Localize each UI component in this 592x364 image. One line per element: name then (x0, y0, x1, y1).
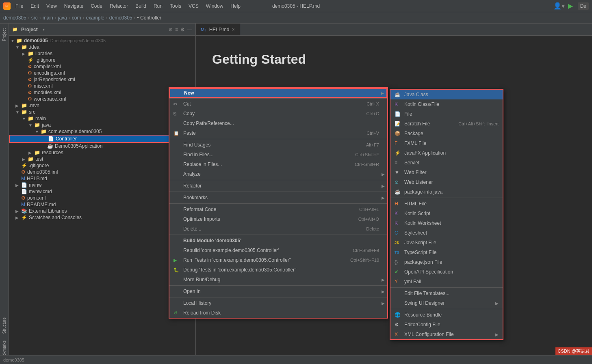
submenu-html[interactable]: H HTML File (390, 199, 503, 209)
tree-idea[interactable]: ▼ 📁 .idea (9, 44, 195, 50)
tree-misc-xml[interactable]: ▶ ⚙ misc.xml (9, 83, 195, 89)
user-icon[interactable]: 👤▾ (553, 2, 565, 10)
menu-vcs[interactable]: VCS (185, 2, 202, 10)
context-copy-path[interactable]: Copy Path/Reference... (169, 118, 387, 128)
collapse-icon[interactable]: ≡ (175, 27, 178, 32)
breadcrumb-main[interactable]: main (43, 15, 53, 21)
context-rebuild[interactable]: Rebuild 'com.example.demo0305.Controller… (169, 246, 387, 255)
tree-modules-xml[interactable]: ▶ ⚙ modules.xml (9, 89, 195, 96)
tree-gitignore-root[interactable]: ▶ ⚡ .gitignore (9, 162, 195, 169)
context-copy[interactable]: ⎘ Copy Ctrl+C (169, 109, 387, 118)
submenu-kotlin-worksheet[interactable]: K Kotlin Worksheet (390, 218, 503, 228)
tab-structure[interactable]: Structure (1, 314, 8, 337)
menu-view[interactable]: View (43, 2, 60, 10)
tree-jar-xml[interactable]: ▶ ⚙ jarRepositories.xml (9, 76, 195, 83)
tab-help-md[interactable]: M↓ HELP.md × (196, 24, 240, 35)
submenu-openapi[interactable]: ✔ OpenAPI Specification (390, 267, 503, 277)
tree-mvnw-cmd[interactable]: ▶ 📄 mvnw.cmd (9, 188, 195, 195)
tree-help-md[interactable]: ▶ M HELP.md (9, 175, 195, 182)
submenu-java-class[interactable]: ☕ Java Class (390, 90, 503, 99)
submenu-web-filter[interactable]: ▼ Web Filter (390, 168, 503, 177)
menu-file[interactable]: File (12, 2, 26, 10)
context-paste[interactable]: 📋 Paste Ctrl+V (169, 128, 387, 138)
context-reload[interactable]: ↺ Reload from Disk (169, 308, 387, 318)
close-panel-icon[interactable]: — (187, 27, 192, 32)
breadcrumb-src[interactable]: src (31, 15, 38, 21)
breadcrumb-root[interactable]: demo0305 (3, 15, 26, 21)
context-bookmarks[interactable]: Bookmarks ▶ (169, 193, 387, 202)
menu-window[interactable]: Window (203, 2, 227, 10)
submenu-package-info[interactable]: ☕ package-info.java (390, 187, 503, 197)
submenu-fxml[interactable]: F FXML File (390, 138, 503, 148)
tab-project[interactable]: Project (1, 25, 8, 44)
panel-dropdown[interactable]: ▾ (43, 27, 45, 32)
menu-run[interactable]: Run (150, 2, 166, 10)
submenu-xml-config[interactable]: X XML Configuration File ▶ (390, 330, 503, 339)
tree-workspace-xml[interactable]: ▶ ⚙ workspace.xml (9, 96, 195, 102)
menu-tools[interactable]: Tools (167, 2, 184, 10)
submenu-resource-bundle[interactable]: 🌐 Resource Bundle (390, 310, 503, 320)
submenu-edit-templates[interactable]: Edit File Templates... (390, 289, 503, 298)
submenu-javafx[interactable]: ⚡ JavaFX Application (390, 148, 503, 158)
submenu-kotlin-script[interactable]: K Kotlin Script (390, 209, 503, 218)
tree-test[interactable]: ▶ 📁 test (9, 156, 195, 162)
options-icon[interactable]: ⚙ (180, 27, 185, 32)
menu-edit[interactable]: Edit (27, 2, 42, 10)
context-optimize[interactable]: Optimize Imports Ctrl+Alt+O (169, 214, 387, 224)
tree-encodings-xml[interactable]: ▶ ⚙ encodings.xml (9, 70, 195, 76)
context-build-module[interactable]: Build Module 'demo0305' (169, 236, 387, 246)
context-refactor[interactable]: Refactor ▶ (169, 181, 387, 191)
tree-compiler-xml[interactable]: ▶ ⚙ compiler.xml (9, 63, 195, 70)
tree-iml[interactable]: ▶ ⚙ demo0305.iml (9, 169, 195, 175)
run-button[interactable]: ▶ (568, 2, 573, 10)
breadcrumb-example[interactable]: example (86, 15, 104, 21)
submenu-package-json[interactable]: {} package.json File (390, 257, 503, 267)
tab-close-icon[interactable]: × (232, 27, 234, 32)
tree-scratches[interactable]: ▶ ⚡ Scratches and Consoles (9, 214, 195, 221)
submenu-swing[interactable]: Swing UI Designer ▶ (390, 298, 503, 308)
tree-demo0305app[interactable]: ▶ ☕ Demo0305Application (9, 143, 195, 149)
tree-readme-md[interactable]: ▶ M README.md (9, 201, 195, 208)
breadcrumb-com[interactable]: com (72, 15, 81, 21)
submenu-file[interactable]: 📄 File (390, 109, 503, 119)
context-open-in[interactable]: Open In ▶ (169, 286, 387, 296)
context-menu-new[interactable]: New ▶ ☕ Java Class K Kotlin Class/File 📄… (169, 88, 387, 98)
context-debug-tests[interactable]: 🐛 Debug 'Tests in 'com.example.demo0305.… (169, 265, 387, 275)
menu-code[interactable]: Code (87, 2, 106, 10)
breadcrumb-java[interactable]: java (58, 15, 67, 21)
context-find-files[interactable]: Find in Files... Ctrl+Shift+F (169, 150, 387, 159)
submenu-scratch[interactable]: 📝 Scratch File Ctrl+Alt+Shift+Insert (390, 119, 503, 129)
tree-java[interactable]: ▼ 📁 java (9, 122, 195, 128)
tree-external-libraries[interactable]: ▶ 📚 External Libraries (9, 208, 195, 214)
tree-root[interactable]: ▼ 📁 demo0305 D:\eclipseproject\demo0305 (9, 37, 195, 44)
submenu-servlet[interactable]: ≡ Servlet (390, 158, 503, 168)
de-button[interactable]: De (578, 2, 589, 10)
context-more-run[interactable]: More Run/Debug ▶ (169, 275, 387, 284)
submenu-web-listener[interactable]: ⊙ Web Listener (390, 177, 503, 187)
context-delete[interactable]: Delete... Delete (169, 224, 387, 234)
tree-mvn[interactable]: ▶ 📁 .mvn (9, 102, 195, 109)
submenu-ts[interactable]: TS TypeScript File (390, 248, 503, 257)
menu-help[interactable]: Help (227, 2, 244, 10)
breadcrumb-controller[interactable]: • Controller (137, 15, 162, 21)
submenu-package[interactable]: 📦 Package (390, 129, 503, 138)
context-reformat[interactable]: Reformat Code Ctrl+Alt+L (169, 205, 387, 214)
submenu-kotlin-class[interactable]: K Kotlin Class/File (390, 99, 503, 109)
menu-navigate[interactable]: Navigate (61, 2, 87, 10)
tree-main[interactable]: ▼ 📁 main (9, 115, 195, 122)
context-cut[interactable]: ✂ Cut Ctrl+X (169, 99, 387, 109)
context-replace-files[interactable]: Replace in Files... Ctrl+Shift+R (169, 159, 387, 169)
tree-pom-xml[interactable]: ▶ ⚙ pom.xml (9, 195, 195, 201)
context-analyze[interactable]: Analyze ▶ (169, 169, 387, 179)
submenu-editorconfig[interactable]: ⚙ EditorConfig File (390, 320, 503, 330)
tree-resources[interactable]: ▶ 📁 resources (9, 149, 195, 156)
tree-com-example[interactable]: ▼ 📁 com.example.demo0305 (9, 128, 195, 135)
submenu-js[interactable]: JS JavaScript File (390, 238, 503, 248)
tree-libraries[interactable]: ▶ 📁 libraries (9, 50, 195, 57)
breadcrumb-demo0305[interactable]: demo0305 (109, 15, 132, 21)
locate-icon[interactable]: ⊕ (169, 27, 173, 32)
menu-build[interactable]: Build (132, 2, 150, 10)
tree-mvnw[interactable]: ▶ 📄 mvnw (9, 182, 195, 188)
tree-gitignore-idea[interactable]: ▶ ⚡ .gitignore (9, 57, 195, 63)
tree-src[interactable]: ▼ 📁 src (9, 109, 195, 115)
